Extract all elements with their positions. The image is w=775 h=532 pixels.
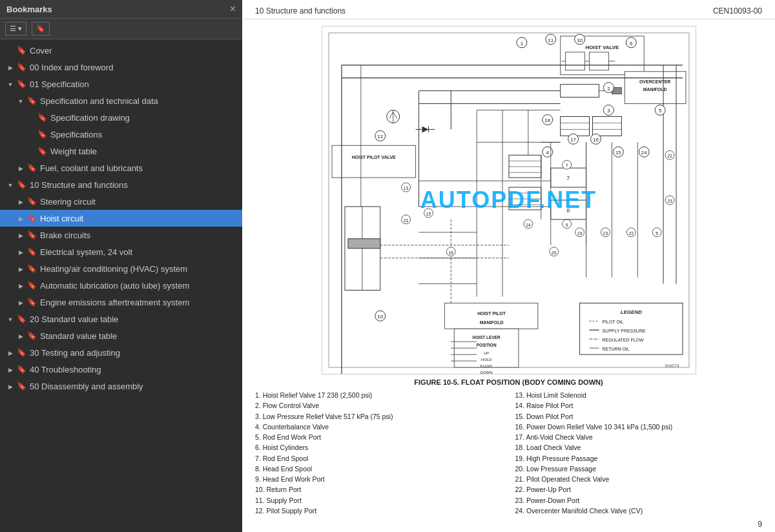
menu-icon: ☰ bbox=[10, 25, 16, 33]
parts-item: 14. Raise Pilot Port bbox=[515, 400, 763, 411]
expand-icon[interactable] bbox=[16, 247, 26, 257]
sidebar-item-label: Hoist circuit bbox=[40, 214, 83, 223]
bookmark-icon: 🔖 bbox=[17, 314, 26, 323]
expand-icon[interactable] bbox=[26, 146, 36, 156]
bookmark-icon: 🔖 bbox=[17, 382, 26, 391]
svg-text:UP: UP bbox=[483, 351, 488, 355]
svg-text:HOIST PILOT: HOIST PILOT bbox=[477, 311, 506, 316]
bookmark-icon: 🔖 bbox=[17, 79, 26, 88]
parts-item: 8. Head End Spool bbox=[255, 464, 502, 474]
svg-text:HOIST PILOT VALVE: HOIST PILOT VALVE bbox=[351, 155, 395, 159]
svg-text:HOIST LEVER: HOIST LEVER bbox=[472, 335, 500, 340]
svg-text:HOLD: HOLD bbox=[480, 358, 491, 362]
sidebar-item-spec-tech[interactable]: 🔖Specification and technical data bbox=[0, 92, 242, 109]
parts-item: 4. Counterbalance Valve bbox=[255, 422, 502, 432]
sidebar-item-engine-emissions[interactable]: 🔖Engine emissions aftertreatment system bbox=[0, 294, 242, 311]
sidebar-item-40-trouble[interactable]: 🔖40 Troubleshooting bbox=[0, 361, 242, 378]
sidebar-header: Bookmarks × bbox=[0, 0, 242, 19]
figure-caption: FIGURE 10-5. FLOAT POSITION (BODY COMING… bbox=[255, 378, 762, 386]
bookmark-icon: 🔖 bbox=[17, 365, 26, 374]
svg-text:RETURN OIL: RETURN OIL bbox=[602, 347, 629, 351]
sidebar-item-spec-drawing[interactable]: 🔖Specification drawing bbox=[0, 109, 242, 126]
bookmark-icon: 🔖 bbox=[17, 180, 26, 189]
toolbar-bookmark-button[interactable]: 🔖 bbox=[32, 22, 50, 36]
sidebar-item-electrical[interactable]: 🔖Electrical system, 24 volt bbox=[0, 243, 242, 260]
expand-icon[interactable] bbox=[5, 179, 16, 190]
sidebar-item-label: 10 Structure and functions bbox=[30, 180, 128, 190]
expand-icon[interactable] bbox=[16, 196, 26, 207]
expand-icon[interactable] bbox=[5, 364, 16, 374]
svg-text:10: 10 bbox=[577, 37, 583, 43]
svg-text:21: 21 bbox=[403, 218, 408, 223]
sidebar-scroll: 🔖Cover🔖00 Index and foreword🔖01 Specific… bbox=[0, 39, 242, 532]
sidebar-item-label: 40 Troubleshooting bbox=[30, 365, 101, 374]
svg-text:FLOAT: FLOAT bbox=[480, 364, 492, 368]
circuit-diagram-svg: HOIST VALVE OVERCENTER MANIFOLD HOIST PI… bbox=[322, 26, 696, 374]
page-header: 10 Structure and functions CEN10093-00 bbox=[242, 0, 775, 19]
svg-text:POSITION: POSITION bbox=[476, 343, 496, 347]
expand-icon[interactable] bbox=[5, 62, 16, 72]
bookmark-icon: 🔖 bbox=[27, 230, 37, 240]
sidebar-toolbar: ☰▾ 🔖 bbox=[0, 19, 242, 39]
expand-icon[interactable] bbox=[16, 263, 26, 274]
parts-item: 13. Hoist Limit Solenoid bbox=[515, 390, 763, 400]
sidebar-item-hvac[interactable]: 🔖Heating/air conditioning (HVAC) system bbox=[0, 260, 242, 277]
sidebar-item-10-structure[interactable]: 🔖10 Structure and functions bbox=[0, 176, 242, 193]
svg-text:16: 16 bbox=[593, 137, 599, 143]
sidebar-item-00-index[interactable]: 🔖00 Index and foreword bbox=[0, 59, 242, 76]
sidebar-item-label: Steering circuit bbox=[40, 197, 96, 207]
sidebar-item-30-testing[interactable]: 🔖30 Testing and adjusting bbox=[0, 344, 242, 361]
sidebar-item-cover[interactable]: 🔖Cover bbox=[0, 42, 242, 59]
expand-icon[interactable] bbox=[5, 347, 16, 358]
expand-icon[interactable] bbox=[16, 280, 26, 291]
sidebar-item-01-spec[interactable]: 🔖01 Specification bbox=[0, 76, 242, 92]
bookmark-icon: 🔖 bbox=[36, 25, 45, 33]
expand-icon[interactable] bbox=[26, 129, 36, 139]
expand-icon[interactable] bbox=[16, 163, 26, 173]
bookmark-icon: 🔖 bbox=[27, 163, 37, 172]
sidebar-item-weight-table[interactable]: 🔖Weight table bbox=[0, 143, 242, 159]
expand-icon[interactable] bbox=[16, 96, 26, 106]
sidebar-item-brake[interactable]: 🔖Brake circuits bbox=[0, 227, 242, 243]
expand-icon[interactable] bbox=[16, 297, 26, 307]
parts-item: 17. Anti-Void Check Valve bbox=[515, 432, 763, 442]
bookmark-icon: 🔖 bbox=[17, 348, 26, 357]
sidebar-item-hoist[interactable]: 🔖Hoist circuit bbox=[0, 210, 242, 227]
svg-rect-71 bbox=[560, 116, 589, 136]
svg-rect-12 bbox=[332, 145, 416, 178]
sidebar-item-auto-lube[interactable]: 🔖Automatic lubrication (auto lube) syste… bbox=[0, 277, 242, 294]
sidebar-item-20-standard[interactable]: 🔖20 Standard value table bbox=[0, 311, 242, 327]
sidebar-item-standard-table[interactable]: 🔖Standard value table bbox=[0, 327, 242, 344]
svg-text:12: 12 bbox=[377, 134, 383, 139]
sidebar-item-specifications[interactable]: 🔖Specifications bbox=[0, 126, 242, 143]
bookmark-icon: 🔖 bbox=[27, 298, 37, 307]
expand-icon[interactable] bbox=[5, 45, 16, 56]
svg-text:22: 22 bbox=[667, 154, 672, 158]
sidebar-item-steering[interactable]: 🔖Steering circuit bbox=[0, 193, 242, 210]
sidebar-item-fuel-coolant[interactable]: 🔖Fuel, coolant and lubricants bbox=[0, 159, 242, 176]
svg-text:15: 15 bbox=[426, 212, 431, 216]
expand-icon[interactable] bbox=[5, 79, 16, 89]
sidebar-item-label: 50 Disassembly and assembly bbox=[30, 382, 143, 391]
svg-text:15: 15 bbox=[615, 150, 621, 156]
svg-text:16: 16 bbox=[448, 251, 453, 255]
bookmark-icon: 🔖 bbox=[37, 113, 47, 122]
toolbar-menu-button[interactable]: ☰▾ bbox=[5, 22, 26, 36]
expand-icon[interactable] bbox=[16, 213, 26, 223]
svg-text:7: 7 bbox=[565, 163, 568, 168]
sidebar-item-50-disassembly[interactable]: 🔖50 Disassembly and assembly bbox=[0, 378, 242, 394]
svg-text:HOIST VALVE: HOIST VALVE bbox=[585, 45, 619, 50]
parts-item: 19. High Pressure Passage bbox=[515, 453, 763, 464]
expand-icon[interactable] bbox=[5, 381, 16, 391]
sidebar-item-label: Fuel, coolant and lubricants bbox=[40, 163, 143, 173]
bookmark-icon: 🔖 bbox=[27, 96, 37, 105]
expand-icon[interactable] bbox=[26, 112, 36, 123]
sidebar-item-label: Engine emissions aftertreatment system bbox=[40, 298, 189, 307]
expand-icon[interactable] bbox=[16, 331, 26, 341]
svg-text:23: 23 bbox=[603, 231, 608, 236]
expand-icon[interactable] bbox=[5, 314, 16, 324]
close-icon[interactable]: × bbox=[230, 4, 236, 14]
bookmark-icon: 🔖 bbox=[27, 214, 37, 223]
expand-icon[interactable] bbox=[16, 230, 26, 240]
sidebar-item-label: Automatic lubrication (auto lube) system bbox=[40, 281, 189, 291]
